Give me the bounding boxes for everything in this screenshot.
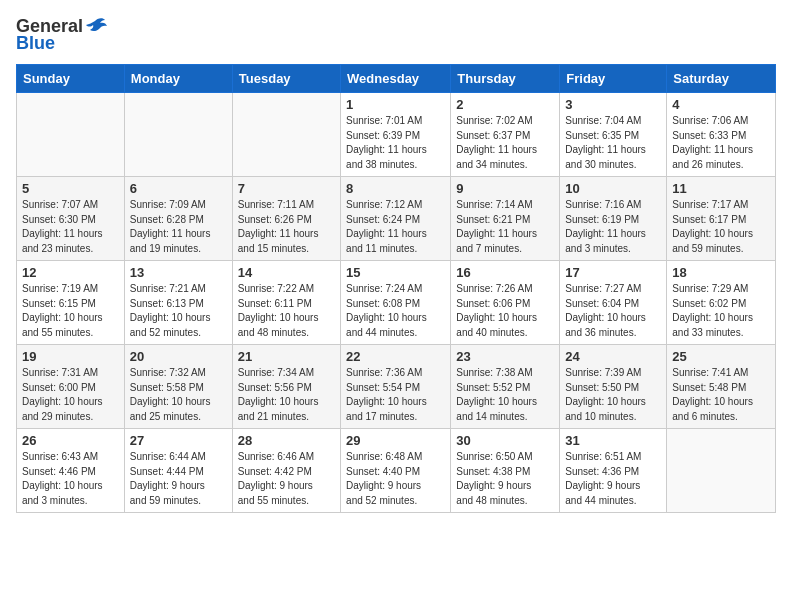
day-info: Sunrise: 7:17 AM Sunset: 6:17 PM Dayligh…: [672, 198, 770, 256]
calendar-cell: 6Sunrise: 7:09 AM Sunset: 6:28 PM Daylig…: [124, 177, 232, 261]
day-info: Sunrise: 7:38 AM Sunset: 5:52 PM Dayligh…: [456, 366, 554, 424]
day-info: Sunrise: 7:04 AM Sunset: 6:35 PM Dayligh…: [565, 114, 661, 172]
weekday-header-tuesday: Tuesday: [232, 65, 340, 93]
calendar-cell: 22Sunrise: 7:36 AM Sunset: 5:54 PM Dayli…: [341, 345, 451, 429]
day-info: Sunrise: 7:29 AM Sunset: 6:02 PM Dayligh…: [672, 282, 770, 340]
day-number: 11: [672, 181, 770, 196]
day-number: 29: [346, 433, 445, 448]
day-info: Sunrise: 7:11 AM Sunset: 6:26 PM Dayligh…: [238, 198, 335, 256]
day-info: Sunrise: 7:12 AM Sunset: 6:24 PM Dayligh…: [346, 198, 445, 256]
calendar-week-row: 26Sunrise: 6:43 AM Sunset: 4:46 PM Dayli…: [17, 429, 776, 513]
calendar-cell: 30Sunrise: 6:50 AM Sunset: 4:38 PM Dayli…: [451, 429, 560, 513]
calendar-cell: 10Sunrise: 7:16 AM Sunset: 6:19 PM Dayli…: [560, 177, 667, 261]
day-info: Sunrise: 7:02 AM Sunset: 6:37 PM Dayligh…: [456, 114, 554, 172]
day-number: 4: [672, 97, 770, 112]
day-info: Sunrise: 7:19 AM Sunset: 6:15 PM Dayligh…: [22, 282, 119, 340]
day-number: 28: [238, 433, 335, 448]
calendar-cell: 20Sunrise: 7:32 AM Sunset: 5:58 PM Dayli…: [124, 345, 232, 429]
weekday-header-saturday: Saturday: [667, 65, 776, 93]
calendar-cell: [667, 429, 776, 513]
calendar-cell: 1Sunrise: 7:01 AM Sunset: 6:39 PM Daylig…: [341, 93, 451, 177]
calendar-cell: 26Sunrise: 6:43 AM Sunset: 4:46 PM Dayli…: [17, 429, 125, 513]
calendar-cell: [124, 93, 232, 177]
day-info: Sunrise: 7:41 AM Sunset: 5:48 PM Dayligh…: [672, 366, 770, 424]
calendar-cell: 9Sunrise: 7:14 AM Sunset: 6:21 PM Daylig…: [451, 177, 560, 261]
calendar-cell: 14Sunrise: 7:22 AM Sunset: 6:11 PM Dayli…: [232, 261, 340, 345]
day-info: Sunrise: 7:07 AM Sunset: 6:30 PM Dayligh…: [22, 198, 119, 256]
day-number: 6: [130, 181, 227, 196]
calendar-cell: 3Sunrise: 7:04 AM Sunset: 6:35 PM Daylig…: [560, 93, 667, 177]
day-number: 25: [672, 349, 770, 364]
day-number: 30: [456, 433, 554, 448]
calendar-cell: 25Sunrise: 7:41 AM Sunset: 5:48 PM Dayli…: [667, 345, 776, 429]
weekday-header-monday: Monday: [124, 65, 232, 93]
day-info: Sunrise: 6:46 AM Sunset: 4:42 PM Dayligh…: [238, 450, 335, 508]
logo-bird-icon: [85, 17, 107, 37]
calendar-cell: 19Sunrise: 7:31 AM Sunset: 6:00 PM Dayli…: [17, 345, 125, 429]
header: General Blue: [16, 16, 776, 54]
logo: General Blue: [16, 16, 107, 54]
calendar-cell: 31Sunrise: 6:51 AM Sunset: 4:36 PM Dayli…: [560, 429, 667, 513]
day-number: 19: [22, 349, 119, 364]
day-number: 1: [346, 97, 445, 112]
day-info: Sunrise: 7:06 AM Sunset: 6:33 PM Dayligh…: [672, 114, 770, 172]
day-number: 20: [130, 349, 227, 364]
day-number: 27: [130, 433, 227, 448]
day-number: 9: [456, 181, 554, 196]
day-number: 12: [22, 265, 119, 280]
calendar-cell: 29Sunrise: 6:48 AM Sunset: 4:40 PM Dayli…: [341, 429, 451, 513]
day-number: 26: [22, 433, 119, 448]
calendar-cell: 27Sunrise: 6:44 AM Sunset: 4:44 PM Dayli…: [124, 429, 232, 513]
day-info: Sunrise: 7:21 AM Sunset: 6:13 PM Dayligh…: [130, 282, 227, 340]
day-number: 2: [456, 97, 554, 112]
calendar-cell: 21Sunrise: 7:34 AM Sunset: 5:56 PM Dayli…: [232, 345, 340, 429]
day-number: 13: [130, 265, 227, 280]
day-number: 31: [565, 433, 661, 448]
calendar-cell: 28Sunrise: 6:46 AM Sunset: 4:42 PM Dayli…: [232, 429, 340, 513]
logo-blue-text: Blue: [16, 33, 55, 54]
day-number: 14: [238, 265, 335, 280]
calendar-cell: 13Sunrise: 7:21 AM Sunset: 6:13 PM Dayli…: [124, 261, 232, 345]
calendar-cell: 16Sunrise: 7:26 AM Sunset: 6:06 PM Dayli…: [451, 261, 560, 345]
calendar-cell: 24Sunrise: 7:39 AM Sunset: 5:50 PM Dayli…: [560, 345, 667, 429]
day-info: Sunrise: 7:34 AM Sunset: 5:56 PM Dayligh…: [238, 366, 335, 424]
calendar-cell: [17, 93, 125, 177]
day-info: Sunrise: 7:14 AM Sunset: 6:21 PM Dayligh…: [456, 198, 554, 256]
day-number: 18: [672, 265, 770, 280]
day-info: Sunrise: 7:36 AM Sunset: 5:54 PM Dayligh…: [346, 366, 445, 424]
day-number: 7: [238, 181, 335, 196]
day-number: 5: [22, 181, 119, 196]
day-info: Sunrise: 7:26 AM Sunset: 6:06 PM Dayligh…: [456, 282, 554, 340]
day-number: 8: [346, 181, 445, 196]
calendar-cell: 11Sunrise: 7:17 AM Sunset: 6:17 PM Dayli…: [667, 177, 776, 261]
day-number: 22: [346, 349, 445, 364]
calendar-cell: 15Sunrise: 7:24 AM Sunset: 6:08 PM Dayli…: [341, 261, 451, 345]
day-number: 16: [456, 265, 554, 280]
day-info: Sunrise: 6:48 AM Sunset: 4:40 PM Dayligh…: [346, 450, 445, 508]
calendar-table: SundayMondayTuesdayWednesdayThursdayFrid…: [16, 64, 776, 513]
calendar-week-row: 5Sunrise: 7:07 AM Sunset: 6:30 PM Daylig…: [17, 177, 776, 261]
calendar-cell: 4Sunrise: 7:06 AM Sunset: 6:33 PM Daylig…: [667, 93, 776, 177]
weekday-header-wednesday: Wednesday: [341, 65, 451, 93]
calendar-cell: 12Sunrise: 7:19 AM Sunset: 6:15 PM Dayli…: [17, 261, 125, 345]
day-info: Sunrise: 6:50 AM Sunset: 4:38 PM Dayligh…: [456, 450, 554, 508]
day-info: Sunrise: 7:24 AM Sunset: 6:08 PM Dayligh…: [346, 282, 445, 340]
day-info: Sunrise: 7:22 AM Sunset: 6:11 PM Dayligh…: [238, 282, 335, 340]
calendar-cell: [232, 93, 340, 177]
day-info: Sunrise: 6:44 AM Sunset: 4:44 PM Dayligh…: [130, 450, 227, 508]
calendar-cell: 17Sunrise: 7:27 AM Sunset: 6:04 PM Dayli…: [560, 261, 667, 345]
day-info: Sunrise: 7:31 AM Sunset: 6:00 PM Dayligh…: [22, 366, 119, 424]
calendar-cell: 18Sunrise: 7:29 AM Sunset: 6:02 PM Dayli…: [667, 261, 776, 345]
calendar-week-row: 19Sunrise: 7:31 AM Sunset: 6:00 PM Dayli…: [17, 345, 776, 429]
day-info: Sunrise: 7:27 AM Sunset: 6:04 PM Dayligh…: [565, 282, 661, 340]
calendar-cell: 2Sunrise: 7:02 AM Sunset: 6:37 PM Daylig…: [451, 93, 560, 177]
day-number: 15: [346, 265, 445, 280]
day-number: 23: [456, 349, 554, 364]
weekday-header-thursday: Thursday: [451, 65, 560, 93]
calendar-week-row: 1Sunrise: 7:01 AM Sunset: 6:39 PM Daylig…: [17, 93, 776, 177]
day-info: Sunrise: 6:51 AM Sunset: 4:36 PM Dayligh…: [565, 450, 661, 508]
day-number: 21: [238, 349, 335, 364]
day-number: 17: [565, 265, 661, 280]
page: General Blue SundayMondayTuesdayWednesda…: [0, 0, 792, 612]
calendar-cell: 5Sunrise: 7:07 AM Sunset: 6:30 PM Daylig…: [17, 177, 125, 261]
